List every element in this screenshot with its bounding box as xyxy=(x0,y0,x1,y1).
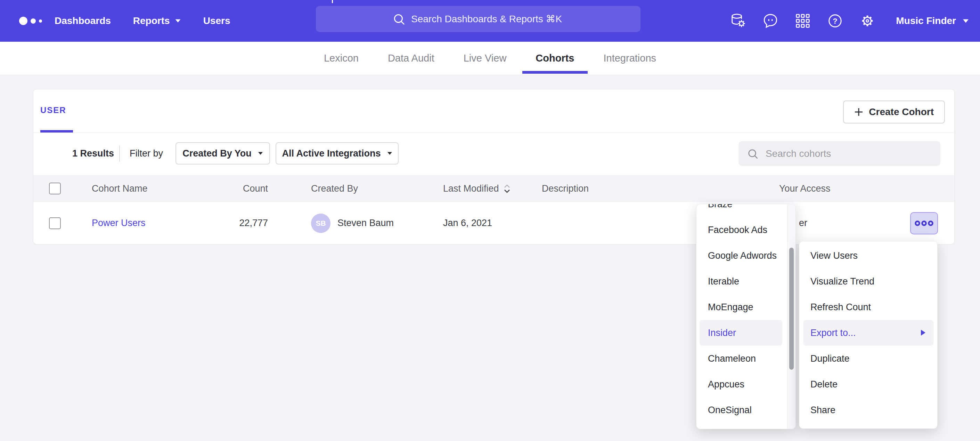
cohort-search-input[interactable] xyxy=(765,148,932,159)
section-tab-bar: Lexicon Data Audit Live View Cohorts Int… xyxy=(0,42,980,75)
tab-user-cohorts[interactable]: USER xyxy=(40,105,66,115)
column-header-description: Description xyxy=(542,175,589,202)
scrollbar-thumb[interactable] xyxy=(789,248,794,370)
filter-integrations-dropdown[interactable]: All Active Integrations xyxy=(275,142,399,165)
submenu-item-google-adwords[interactable]: Google Adwords xyxy=(697,243,787,268)
mixpanel-logo[interactable] xyxy=(19,0,42,42)
tab-integrations[interactable]: Integrations xyxy=(590,42,670,75)
tab-cohorts-label: Cohorts xyxy=(536,53,574,64)
filter-created-by-label: Created By You xyxy=(183,148,251,159)
submenu-item-moengage[interactable]: MoEngage xyxy=(697,294,787,320)
project-switcher[interactable]: Music Finder xyxy=(896,15,969,26)
submenu-item-appcues[interactable]: Appcues xyxy=(697,371,787,397)
submenu-item-chameleon[interactable]: Chameleon xyxy=(697,346,787,371)
filter-integrations-label: All Active Integrations xyxy=(282,148,380,159)
submenu-item-insider[interactable]: Insider xyxy=(700,320,782,346)
feedback-button[interactable] xyxy=(762,13,778,29)
row-actions-list: View Users Visualize Trend Refresh Count… xyxy=(799,243,937,423)
menu-item-view-users[interactable]: View Users xyxy=(799,243,937,268)
ellipsis-icon xyxy=(914,220,934,227)
your-access-value: er xyxy=(799,202,807,244)
nav-actions: ? Music Finder xyxy=(730,0,969,42)
last-modified-value: Jan 6, 2021 xyxy=(443,202,492,244)
submenu-item-facebook-ads[interactable]: Facebook Ads xyxy=(697,217,787,243)
select-all-checkbox[interactable] xyxy=(49,182,61,195)
export-submenu-list: Braze Facebook Ads Google Adwords Iterab… xyxy=(697,204,787,423)
submenu-item-onesignal[interactable]: OneSignal xyxy=(697,397,787,423)
filter-by-label: Filter by xyxy=(130,148,163,159)
app-window: Dashboards Reports Users xyxy=(0,0,980,441)
database-gear-icon xyxy=(730,13,746,29)
search-icon xyxy=(392,13,406,26)
nav-item-users[interactable]: Users xyxy=(203,15,231,26)
menu-item-export-to[interactable]: Export to... xyxy=(803,320,934,346)
tab-lexicon[interactable]: Lexicon xyxy=(311,42,372,75)
row-actions-button[interactable] xyxy=(910,212,938,235)
submenu-scrollbar[interactable] xyxy=(787,204,795,429)
divider xyxy=(33,133,954,133)
submenu-item-braze[interactable]: Braze xyxy=(697,204,787,217)
column-header-created-by: Created By xyxy=(311,175,358,202)
cohorts-card: USER Create Cohort 1 Results Filter by C… xyxy=(33,89,955,244)
nav-item-reports-label: Reports xyxy=(133,15,170,26)
chevron-down-icon xyxy=(175,19,181,23)
top-nav: Dashboards Reports Users xyxy=(0,0,980,42)
menu-item-delete[interactable]: Delete xyxy=(799,371,937,397)
menu-item-visualize-trend[interactable]: Visualize Trend xyxy=(799,268,937,294)
user-tab-indicator xyxy=(40,130,73,133)
cohort-search[interactable] xyxy=(738,141,940,166)
active-tab-indicator xyxy=(522,71,587,74)
tab-live-view[interactable]: Live View xyxy=(450,42,520,75)
tab-cohorts[interactable]: Cohorts xyxy=(522,42,587,75)
logo-dot-medium xyxy=(30,18,36,24)
gear-icon xyxy=(859,13,875,29)
menu-item-refresh-count[interactable]: Refresh Count xyxy=(799,294,937,320)
cursor-artifact xyxy=(332,0,333,3)
menu-item-export-to-label: Export to... xyxy=(810,328,856,339)
tab-data-audit[interactable]: Data Audit xyxy=(375,42,448,75)
primary-nav: Dashboards Reports Users xyxy=(54,0,230,42)
avatar: SB xyxy=(311,214,331,233)
nav-item-reports[interactable]: Reports xyxy=(133,15,181,26)
sort-icon xyxy=(503,184,511,193)
plus-icon xyxy=(854,107,863,117)
column-header-count: Count xyxy=(193,175,268,202)
menu-item-share[interactable]: Share xyxy=(799,397,937,423)
submenu-item-iterable[interactable]: Iterable xyxy=(697,268,787,294)
row-actions-menu: View Users Visualize Trend Refresh Count… xyxy=(799,241,938,429)
created-by-value: Steven Baum xyxy=(337,202,394,244)
global-search-input[interactable] xyxy=(411,14,564,25)
submenu-arrow-icon xyxy=(921,329,926,336)
row-checkbox[interactable] xyxy=(49,217,61,229)
chevron-down-icon xyxy=(962,19,969,23)
divider xyxy=(119,146,120,162)
table-row[interactable]: Power Users 22,777 SB Steven Baum Jan 6,… xyxy=(33,202,954,244)
column-header-last-modified-label: Last Modified xyxy=(443,183,499,194)
column-header-last-modified[interactable]: Last Modified xyxy=(443,175,511,202)
cohort-count: 22,777 xyxy=(193,202,268,244)
results-count: 1 Results xyxy=(72,148,114,159)
filter-created-by-dropdown[interactable]: Created By You xyxy=(175,142,270,165)
project-name: Music Finder xyxy=(896,15,956,26)
search-icon xyxy=(747,148,759,160)
export-submenu: Braze Facebook Ads Google Adwords Iterab… xyxy=(696,204,796,429)
create-cohort-label: Create Cohort xyxy=(869,106,934,118)
column-header-cohort-name: Cohort Name xyxy=(92,175,148,202)
cohort-name-link[interactable]: Power Users xyxy=(92,218,146,228)
menu-item-duplicate[interactable]: Duplicate xyxy=(799,346,937,371)
table-header: Cohort Name Count Created By Last Modifi… xyxy=(33,175,954,202)
apps-grid-button[interactable] xyxy=(795,13,811,29)
logo-dot-small xyxy=(39,19,42,22)
grid-icon xyxy=(795,13,810,29)
svg-text:?: ? xyxy=(833,17,837,26)
chevron-down-icon xyxy=(387,152,392,155)
column-header-your-access: Your Access xyxy=(779,175,830,202)
help-icon: ? xyxy=(827,13,843,29)
help-button[interactable]: ? xyxy=(827,13,843,29)
nav-item-dashboards[interactable]: Dashboards xyxy=(54,15,111,26)
settings-button[interactable] xyxy=(859,13,875,29)
data-management-button[interactable] xyxy=(730,13,746,29)
create-cohort-button[interactable]: Create Cohort xyxy=(843,101,945,123)
global-search[interactable] xyxy=(316,6,641,32)
logo-dot-large xyxy=(19,17,27,25)
